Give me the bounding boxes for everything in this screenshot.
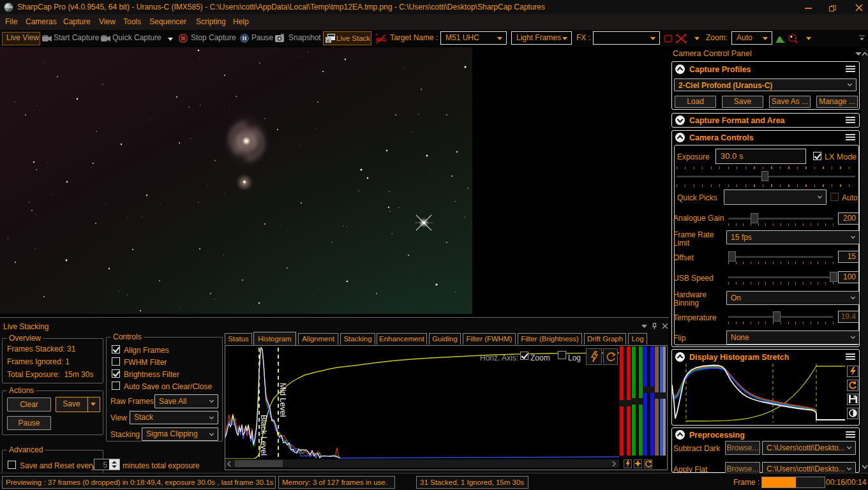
svg-text:e: e — [327, 38, 330, 43]
